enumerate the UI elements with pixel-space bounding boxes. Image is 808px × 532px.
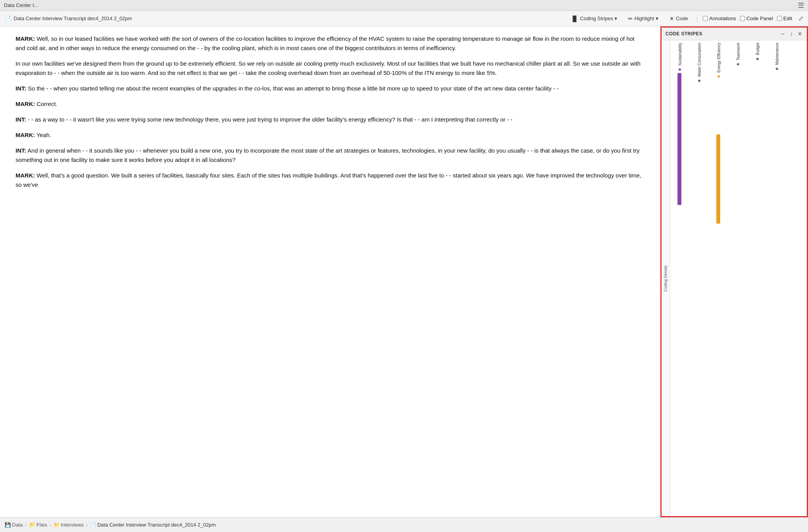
stripe-dot <box>717 75 720 78</box>
stripe-bar-area <box>736 68 740 516</box>
code-panel-checkbox-group: Code Panel <box>740 16 773 21</box>
stripe-segment <box>677 73 681 205</box>
stripe-column-water-consumption: Water Consumption <box>690 40 709 516</box>
edit-checkbox-group: Edit <box>777 16 792 21</box>
code-panel-checkbox[interactable] <box>740 16 745 21</box>
breadcrumb-icon: 📁 <box>29 522 35 528</box>
file-name: Data Center Interview Transcript dec4_20… <box>14 16 132 21</box>
stripe-dot <box>698 80 700 82</box>
annotations-checkbox[interactable] <box>703 16 708 21</box>
panel-title: CODE STRIPES <box>665 31 702 37</box>
document-paragraph: MARK: Well, so in our leased facilities … <box>16 34 645 53</box>
stripe-dot <box>776 68 778 70</box>
speaker-label: INT: <box>16 116 26 123</box>
stripes-container: SustainabilityWater ConsumptionEnergy Ef… <box>670 40 807 516</box>
document-paragraph: INT: So the - - when you started telling… <box>16 84 645 93</box>
annotations-checkbox-group: Annotations <box>703 16 736 21</box>
file-info: 📄 Data Center Interview Transcript dec4_… <box>5 16 566 22</box>
app-title: Data Center I... <box>4 2 38 8</box>
document-area: MARK: Well, so in our leased facilities … <box>0 26 660 517</box>
main-layout: MARK: Well, so in our leased facilities … <box>0 26 808 517</box>
coding-density-label: Coding Density <box>663 265 668 292</box>
speaker-label: MARK: <box>16 101 35 107</box>
breadcrumb-item[interactable]: 📁Interviews <box>54 522 84 528</box>
speaker-label: INT: <box>16 85 26 92</box>
breadcrumb-separator: › <box>86 522 87 528</box>
menu-icon[interactable]: ☰ <box>798 1 804 10</box>
title-bar-controls: ☰ <box>798 1 804 10</box>
stripe-label: Budget <box>756 40 760 63</box>
document-paragraph: INT: - - as a way to - - it wasn't like … <box>16 115 645 124</box>
stripe-segment <box>716 134 720 224</box>
toolbar-actions: ▐▌ Coding Stripes ▾ ✏ Highlight ▾ ☀ Code… <box>567 14 803 23</box>
breadcrumb-item[interactable]: 💾Data <box>5 522 23 528</box>
stripe-column-teamwork: Teamwork <box>728 40 748 516</box>
code-button[interactable]: ☀ Code <box>666 14 691 23</box>
breadcrumb-icon: 📄 <box>90 522 96 528</box>
toolbar-separator-1 <box>697 15 697 23</box>
code-panel-label[interactable]: Code Panel <box>747 16 773 21</box>
coding-stripes-icon: ▐▌ <box>571 16 578 22</box>
document-paragraph: MARK: Correct. <box>16 99 645 109</box>
breadcrumb-item[interactable]: 📁Files <box>29 522 47 528</box>
code-stripes-panel: CODE STRIPES ↔ ↕ ✕ Coding Density Sustai… <box>660 26 808 517</box>
stripe-label: Energy Efficiency <box>717 40 721 80</box>
expand-icon[interactable]: ⤢ <box>798 15 803 22</box>
speaker-label: INT: <box>16 147 26 154</box>
stripe-dot <box>756 58 759 60</box>
coding-stripes-dropdown-icon: ▾ <box>615 16 617 21</box>
file-icon: 📄 <box>5 16 11 22</box>
stripe-column-budget: Budget <box>748 40 767 516</box>
stripe-column-energy-efficiency: Energy Efficiency <box>709 40 728 516</box>
highlight-dropdown-icon: ▾ <box>656 16 658 21</box>
breadcrumb-bar: 💾Data›📁Files›📁Interviews›📄Data Center In… <box>0 517 808 532</box>
panel-down-arrow[interactable]: ↕ <box>789 30 794 38</box>
stripe-column-sustainability: Sustainability <box>670 40 690 516</box>
breadcrumb-item: 📄Data Center Interview Transcript dec4_2… <box>90 522 216 528</box>
document-paragraph: INT: And in general when - - it sounds l… <box>16 146 645 165</box>
stripe-label: Sustainability <box>678 40 682 73</box>
highlight-button[interactable]: ✏ Highlight ▾ <box>625 14 662 23</box>
document-paragraph: MARK: Well, that's a good question. We b… <box>16 171 645 190</box>
stripe-dot <box>679 68 681 71</box>
code-icon: ☀ <box>669 16 674 22</box>
panel-header: CODE STRIPES ↔ ↕ ✕ <box>662 28 807 40</box>
stripe-label: Maintenance <box>775 40 779 72</box>
edit-label[interactable]: Edit <box>784 16 792 21</box>
stripe-bar-area <box>775 72 779 516</box>
coding-density-column: Coding Density <box>662 40 670 516</box>
toolbar: 📄 Data Center Interview Transcript dec4_… <box>0 11 808 26</box>
document-paragraph: In our own facilities we've designed the… <box>16 59 645 78</box>
stripe-label: Water Consumption <box>697 40 702 84</box>
highlight-icon: ✏ <box>628 16 633 22</box>
speaker-label: MARK: <box>16 132 35 138</box>
document-paragraph: MARK: Yeah. <box>16 130 645 140</box>
stripe-bar-area <box>716 80 721 516</box>
coding-stripes-button[interactable]: ▐▌ Coding Stripes ▾ <box>567 14 621 23</box>
stripe-column-maintenance: Maintenance <box>767 40 787 516</box>
breadcrumb-icon: 💾 <box>5 522 11 528</box>
highlight-label: Highlight <box>634 16 654 21</box>
code-label: Code <box>676 16 688 21</box>
coding-stripes-label: Coding Stripes <box>580 16 613 21</box>
breadcrumb-separator: › <box>49 522 51 528</box>
edit-checkbox[interactable] <box>777 16 782 21</box>
panel-body: Coding Density SustainabilityWater Consu… <box>662 40 807 516</box>
stripe-label: Teamwork <box>736 40 740 68</box>
annotations-label[interactable]: Annotations <box>709 16 736 21</box>
title-bar: Data Center I... ☰ <box>0 0 808 11</box>
stripe-dot <box>737 63 739 66</box>
panel-left-right-arrows[interactable]: ↔ <box>779 30 786 38</box>
stripe-bar-area <box>697 84 702 516</box>
panel-close-button[interactable]: ✕ <box>797 30 803 38</box>
speaker-label: MARK: <box>16 172 35 179</box>
breadcrumb-separator: › <box>25 522 26 528</box>
stripe-bar-area <box>677 73 682 516</box>
speaker-label: MARK: <box>16 35 35 42</box>
stripe-bar-area <box>755 63 760 516</box>
breadcrumb-icon: 📁 <box>54 522 60 528</box>
panel-controls: ↔ ↕ ✕ <box>779 30 803 38</box>
